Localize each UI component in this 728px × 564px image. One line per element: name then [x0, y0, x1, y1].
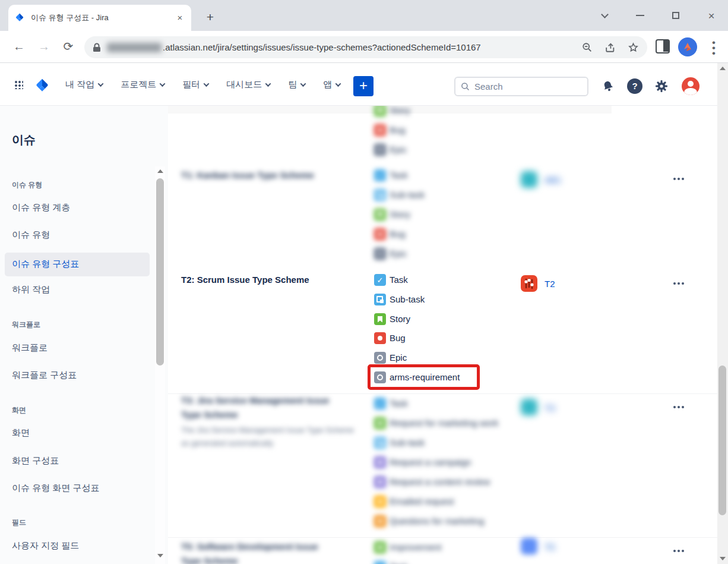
project-avatar	[521, 171, 537, 188]
issue-type-label: Request for marketing work	[390, 417, 498, 429]
more-menu-button[interactable]	[669, 401, 689, 414]
task-icon: ✓	[374, 274, 386, 286]
bookmark-star-icon[interactable]	[628, 42, 639, 53]
address-bar[interactable]: .atlassian.net/jira/settings/issues/issu…	[84, 36, 647, 58]
issue-type-label: Task	[390, 561, 408, 564]
search-box[interactable]	[454, 77, 588, 96]
menu-filters[interactable]: 필터	[182, 79, 208, 90]
sidebar-item-issue-type-screen-schemes[interactable]: 이슈 유형 화면 구성표	[12, 483, 100, 494]
new-tab-button[interactable]: +	[202, 10, 219, 26]
tab-search-button[interactable]	[596, 7, 613, 24]
sidebar-item-workflow-schemes[interactable]: 워크플로 구성표	[12, 370, 77, 381]
zoom-icon[interactable]	[582, 42, 593, 53]
issue-type-label: Bug	[390, 332, 406, 344]
maximize-button[interactable]	[667, 7, 685, 24]
story-icon	[374, 106, 386, 116]
improvement-icon	[374, 541, 386, 553]
minimize-button[interactable]	[631, 7, 649, 24]
bug-icon	[374, 332, 386, 344]
profile-logo-icon	[682, 41, 694, 53]
menu-apps[interactable]: 앱	[323, 79, 340, 90]
project-link-t2[interactable]: T2	[545, 279, 555, 289]
menu-my-work[interactable]: 내 작업	[65, 79, 103, 90]
project-link[interactable]: AB1	[545, 175, 561, 185]
menu-projects[interactable]: 프로젝트	[121, 79, 164, 90]
sidebar-item-workflows[interactable]: 워크플로	[12, 342, 48, 354]
scheme-name-line2: Type Scheme	[181, 556, 359, 564]
create-button[interactable]: +	[353, 76, 374, 96]
back-button[interactable]: ←	[11, 38, 27, 55]
scroll-down-icon[interactable]	[157, 554, 163, 557]
project-link[interactable]: T5	[545, 542, 555, 552]
sidebar-item-issue-type-schemes-selected[interactable]: 이슈 유형 구성표	[5, 253, 150, 276]
scheme-name: T2: Scrum Issue Type Scheme	[181, 275, 359, 285]
jira-logo[interactable]	[34, 78, 50, 96]
url-text: .atlassian.net/jira/settings/issues/issu…	[163, 42, 481, 52]
more-menu-button[interactable]	[669, 544, 689, 557]
scheme-name: T5: Software Development Issue	[181, 541, 359, 552]
tab-title: 이슈 유형 구성표 - Jira	[31, 12, 175, 23]
epic-icon	[374, 352, 386, 364]
project-avatar	[521, 538, 537, 554]
side-panel-icon[interactable]	[656, 39, 670, 53]
share-icon[interactable]	[604, 42, 616, 53]
browser-tab[interactable]: 이슈 유형 구성표 - Jira ×	[8, 5, 191, 31]
bug-icon	[374, 124, 386, 136]
task-icon: ✓	[374, 398, 386, 409]
reload-button[interactable]: ⟳	[60, 38, 77, 55]
sidebar-item-screens[interactable]: 화면	[12, 427, 30, 439]
scroll-up-icon[interactable]	[157, 169, 163, 173]
scroll-down-icon[interactable]	[720, 557, 726, 560]
hidden-site-name	[107, 43, 162, 52]
more-menu-button[interactable]	[669, 277, 689, 290]
task-icon: ✓	[374, 561, 386, 564]
help-button[interactable]: ?	[626, 78, 643, 94]
menu-label: 필터	[182, 79, 200, 90]
app-switcher-icon[interactable]	[14, 80, 23, 89]
close-window-button[interactable]: ×	[702, 7, 720, 24]
notifications-button[interactable]	[600, 78, 616, 94]
issue-type-label: Story	[390, 209, 410, 220]
sidebar-item-issue-types[interactable]: 이슈 유형	[12, 229, 50, 241]
bug-icon	[374, 228, 386, 240]
menu-label: 프로젝트	[121, 79, 156, 90]
settings-button[interactable]	[653, 78, 670, 94]
forward-button[interactable]: →	[36, 38, 52, 55]
issue-type-label: Bug	[390, 124, 406, 136]
browser-menu-button[interactable]: •••	[707, 38, 721, 55]
scroll-up-icon[interactable]	[720, 67, 726, 70]
task-icon: ✓	[374, 169, 386, 181]
subtask-icon	[374, 189, 386, 201]
search-input[interactable]	[474, 81, 569, 92]
request-icon	[374, 476, 386, 488]
sidebar-item-screen-schemes[interactable]: 화면 구성표	[12, 455, 59, 467]
jira-logo-icon	[34, 78, 50, 93]
story-icon	[374, 313, 386, 325]
scheme-name: T3: Jira Service Management Issue	[181, 395, 359, 405]
section-issue-types: 이슈 유형	[12, 180, 42, 190]
project-link[interactable]: T3	[545, 403, 555, 413]
tab-close-button[interactable]: ×	[175, 12, 185, 23]
user-avatar[interactable]	[682, 77, 699, 95]
gear-icon	[654, 79, 669, 93]
menu-teams[interactable]: 팀	[288, 79, 305, 90]
sidebar-item-sub-tasks[interactable]: 하위 작업	[12, 284, 50, 295]
menu-label: 대시보드	[226, 79, 262, 90]
page-scrollbar[interactable]	[717, 63, 728, 564]
scheme-description: The Jira Service Management Issue Type S…	[181, 426, 365, 434]
sidebar-item-custom-fields[interactable]: 사용자 지정 필드	[12, 540, 79, 552]
settings-sidebar: 이슈 이슈 유형 이슈 유형 계층 이슈 유형 이슈 유형 구성표 하위 작업 …	[0, 106, 168, 564]
chevron-down-icon	[335, 81, 341, 87]
section-workflows: 워크플로	[12, 320, 40, 330]
more-menu-button[interactable]	[669, 172, 689, 185]
emailed-request-icon	[374, 496, 386, 508]
sidebar-scrollbar[interactable]	[155, 166, 165, 564]
sidebar-scrollbar-thumb[interactable]	[156, 178, 164, 366]
sidebar-item-issue-type-hierarchy[interactable]: 이슈 유형 계층	[12, 202, 70, 213]
profile-avatar[interactable]	[678, 37, 697, 56]
search-icon	[461, 82, 470, 91]
menu-label: 팀	[288, 79, 297, 90]
page-scrollbar-thumb[interactable]	[718, 366, 726, 515]
issue-type-label: Improvement	[390, 541, 442, 553]
menu-dashboards[interactable]: 대시보드	[226, 79, 270, 90]
